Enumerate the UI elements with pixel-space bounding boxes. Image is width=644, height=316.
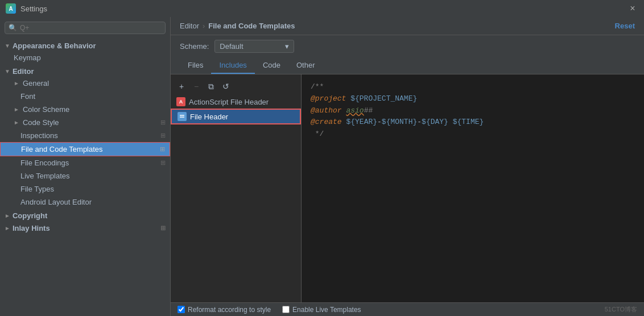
close-button[interactable]: × (627, 3, 638, 14)
sidebar-item-label: Copyright (13, 211, 47, 220)
code-tag: @author (311, 106, 346, 115)
template-item-actionscript[interactable]: A ActionScript File Header (171, 95, 301, 109)
actionscript-icon: A (176, 97, 185, 106)
title-text: Settings (20, 5, 47, 13)
code-line-2: @project ${PROJECT_NAME} (311, 93, 635, 105)
sidebar-item-inlayhints[interactable]: ► Inlay Hints ⊞ (0, 221, 170, 234)
sidebar-item-general[interactable]: ► General (0, 77, 170, 90)
scheme-row: Scheme: Default ▾ (171, 35, 644, 57)
panel-body: + − ⧉ ↺ A ActionScript File Header (171, 74, 644, 302)
breadcrumb-current: File and Code Templates (208, 22, 295, 30)
dropdown-chevron-icon: ▾ (285, 42, 289, 51)
sidebar-item-filetypes[interactable]: File Types (0, 182, 170, 196)
sidebar-item-fileandcodetemplates[interactable]: File and Code Templates ⊞ (0, 142, 170, 156)
sidebar-item-label: Android Layout Editor (20, 198, 92, 206)
expand-icon: ▼ (5, 68, 10, 74)
revert-template-button[interactable]: ↺ (220, 80, 232, 93)
watermark: 51CTO博客 (605, 305, 637, 314)
template-list: + − ⧉ ↺ A ActionScript File Header (171, 74, 302, 302)
panel-header: Editor › File and Code Templates Reset (171, 17, 644, 35)
svg-rect-0 (179, 113, 185, 120)
expand-icon: ► (14, 80, 19, 86)
sidebar-item-label: Editor (13, 67, 34, 76)
copy-template-button[interactable]: ⧉ (205, 80, 217, 93)
code-variable-year: ${YEAR} (346, 118, 377, 126)
search-box[interactable]: 🔍 (5, 22, 166, 34)
sidebar-item-label: Font (20, 92, 35, 101)
sidebar-item-label: General (23, 79, 49, 88)
app-icon: A (6, 3, 16, 14)
code-editor[interactable]: /** @project ${PROJECT_NAME} @author asi… (302, 74, 644, 302)
tab-other[interactable]: Other (288, 57, 323, 74)
sidebar-item-label: Color Scheme (23, 105, 69, 114)
sidebar-item-label: File and Code Templates (21, 145, 103, 153)
sidebar-item-label: Code Style (23, 118, 59, 127)
scheme-dropdown[interactable]: Default ▾ (214, 40, 294, 53)
tab-files[interactable]: Files (180, 57, 211, 74)
template-item-fileheader[interactable]: File Header (171, 109, 301, 124)
sidebar-item-colorscheme[interactable]: ► Color Scheme (0, 103, 170, 116)
enable-live-templates-label[interactable]: Enable Live Templates (282, 306, 361, 314)
code-comment: ## (364, 106, 373, 115)
sidebar-item-codestyle[interactable]: ► Code Style ⊞ (0, 116, 170, 129)
file-header-icon (177, 112, 187, 121)
scheme-value: Default (220, 42, 243, 51)
bottom-bar: Reformat according to style Enable Live … (171, 302, 644, 316)
reformat-label: Reformat according to style (188, 306, 271, 314)
reset-button[interactable]: Reset (615, 22, 635, 30)
search-input[interactable] (20, 24, 162, 32)
sidebar-item-inspections[interactable]: Inspections ⊞ (0, 129, 170, 142)
badge: ⊞ (160, 132, 166, 139)
sidebar-item-editor[interactable]: ▼ Editor (0, 64, 170, 77)
sidebar-item-copyright[interactable]: ► Copyright (0, 209, 170, 221)
sidebar-item-label: Keymap (14, 53, 41, 62)
right-panel: Editor › File and Code Templates Reset S… (171, 17, 644, 316)
sidebar-item-label: File Encodings (20, 159, 69, 167)
badge: ⊞ (160, 145, 165, 153)
tab-includes[interactable]: Includes (211, 57, 254, 74)
tabs-row: Files Includes Code Other (171, 57, 644, 74)
title-bar-left: A Settings (6, 3, 47, 14)
sidebar-item-androidlayouteditor[interactable]: Android Layout Editor (0, 196, 170, 209)
expand-icon: ► (5, 225, 10, 231)
search-icon: 🔍 (9, 24, 17, 32)
remove-template-button[interactable]: − (190, 80, 203, 93)
sidebar-item-livetemplates[interactable]: Live Templates (0, 169, 170, 182)
sidebar-item-keymap[interactable]: Keymap (0, 51, 170, 64)
code-line-3: @author asio## (311, 105, 635, 117)
sidebar-item-label: Inspections (20, 131, 58, 140)
badge: ⊞ (160, 224, 166, 232)
breadcrumb-separator: › (203, 22, 205, 30)
code-value: asio (346, 106, 364, 115)
code-variable-month: ${MONTH} (382, 118, 417, 126)
tab-code[interactable]: Code (255, 57, 288, 74)
code-tag: @create (311, 118, 346, 126)
sidebar-item-label: Inlay Hints (13, 224, 50, 232)
badge: ⊞ (160, 159, 166, 167)
code-tag: @project (311, 94, 350, 103)
breadcrumb-editor: Editor (180, 22, 199, 30)
enable-live-templates-text: Enable Live Templates (292, 306, 361, 314)
sidebar-item-label: File Types (20, 185, 54, 193)
enable-live-templates-checkbox[interactable] (282, 306, 290, 313)
sidebar-item-font[interactable]: Font (0, 90, 170, 103)
expand-icon: ► (14, 106, 19, 113)
code-dash2: - (417, 118, 422, 126)
sidebar-item-fileencodings[interactable]: File Encodings ⊞ (0, 156, 170, 169)
sidebar: 🔍 ▼ Appearance & Behavior Keymap ▼ Edito… (0, 17, 171, 316)
sidebar-item-appearance[interactable]: ▼ Appearance & Behavior (0, 39, 170, 51)
template-item-label: File Header (190, 113, 228, 121)
reformat-checkbox-label[interactable]: Reformat according to style (177, 306, 271, 314)
breadcrumb: Editor › File and Code Templates (180, 22, 295, 30)
code-line-1: /** (311, 81, 635, 93)
badge: ⊞ (160, 119, 166, 126)
add-template-button[interactable]: + (175, 80, 188, 93)
title-bar: A Settings × (0, 0, 644, 17)
sidebar-item-label: Live Templates (20, 172, 69, 180)
reformat-checkbox[interactable] (177, 306, 185, 313)
template-toolbar: + − ⧉ ↺ (171, 78, 301, 95)
code-line-4: @create ${YEAR}-${MONTH}-${DAY} ${TIME} (311, 117, 635, 128)
code-variable-day: ${DAY} (422, 118, 448, 126)
code-dash: - (377, 118, 382, 126)
main-content: 🔍 ▼ Appearance & Behavior Keymap ▼ Edito… (0, 17, 644, 316)
